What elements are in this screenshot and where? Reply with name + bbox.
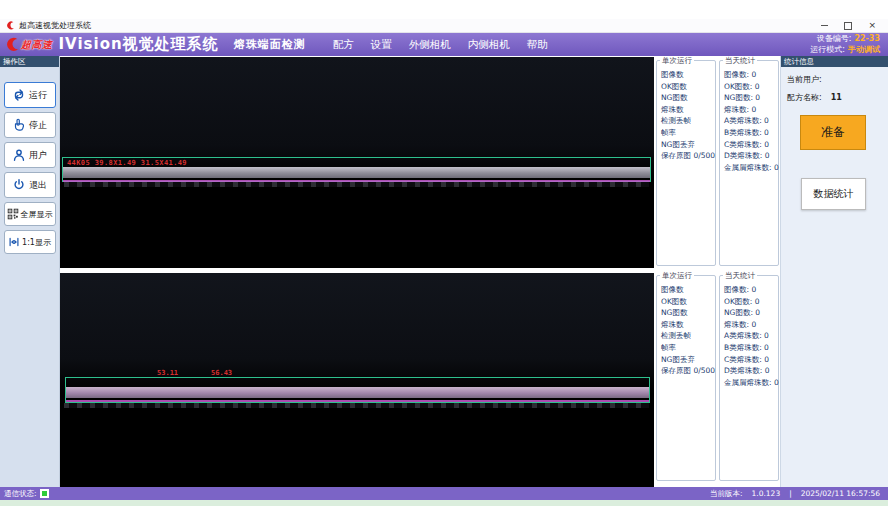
- status-separator: |: [789, 489, 792, 498]
- stats-section-inner: 单次运行图像数OK图数NG图数熔珠数检测丢帧帧率NG图丢弃保存原图 0/500当…: [656, 273, 780, 483]
- app-title: IVision视觉处理系统: [59, 35, 219, 54]
- stat-row: 熔珠数: 0: [724, 319, 778, 331]
- statistics-panel-title: 统计信息: [781, 56, 888, 67]
- comm-status-indicator: [40, 489, 49, 498]
- operation-sidebar: 操作区 运行停止用户退出全屏显示1:1显示: [0, 56, 60, 487]
- fullscreen-icon: [7, 208, 19, 220]
- prepare-button[interactable]: 准备: [800, 115, 866, 150]
- stat-row: NG图数: 0: [724, 92, 778, 104]
- sidebar-button-one-to-one[interactable]: 1:1显示: [4, 230, 56, 254]
- detection-roi-box: [65, 377, 650, 403]
- stat-row: 图像数: [661, 69, 715, 81]
- menu-item-1[interactable]: 设置: [371, 38, 392, 52]
- sidebar-button-label: 停止: [29, 119, 47, 132]
- groupbox-single-run: 单次运行图像数OK图数NG图数熔珠数检测丢帧帧率NG图丢弃保存原图 0/500: [656, 60, 716, 266]
- window-title: 超高速视觉处理系统: [19, 20, 91, 31]
- device-number-label: 设备编号:: [817, 34, 852, 43]
- run-mode-value: 手动调试: [848, 45, 880, 54]
- stat-row: NG图丢弃: [661, 139, 715, 151]
- version-value: 1.0.123: [752, 489, 781, 498]
- stat-row: 检测丢帧: [661, 115, 715, 127]
- sidebar-button-label: 退出: [29, 179, 47, 192]
- stat-row: 帧率: [661, 342, 715, 354]
- stat-row: A类熔珠数: 0: [724, 330, 778, 342]
- stat-row: D类熔珠数: 0: [724, 365, 778, 377]
- stat-row: OK图数: [661, 296, 715, 308]
- stat-row: 图像数: [661, 284, 715, 296]
- sidebar-title: 操作区: [0, 56, 59, 67]
- run-icon: [12, 88, 26, 102]
- stat-row: 保存原图 0/500: [661, 150, 715, 162]
- menu-item-3[interactable]: 内侧相机: [468, 38, 510, 52]
- stat-row: 保存原图 0/500: [661, 365, 715, 377]
- camera-view-inner[interactable]: 53.11 56.43: [60, 273, 654, 487]
- bead-strip: [66, 387, 649, 398]
- menu-item-4[interactable]: 帮助: [527, 38, 548, 52]
- power-icon: [12, 178, 26, 192]
- groupbox-title: 当天统计: [723, 271, 757, 281]
- current-user-line: 当前用户:: [787, 74, 888, 85]
- part-teeth: [64, 403, 649, 408]
- minimize-button[interactable]: [821, 25, 828, 26]
- device-number-line: 设备编号:22-33: [810, 34, 880, 45]
- sidebar-button-stop[interactable]: 停止: [4, 112, 56, 138]
- maximize-button[interactable]: [844, 22, 852, 30]
- app-logo-icon: [6, 21, 15, 30]
- datetime: 2025/02/11 16:57:56: [801, 489, 880, 498]
- one-to-one-icon: [8, 236, 20, 248]
- annotation-text: 44K05 39.8X1.49 31.5X41.49: [67, 159, 187, 167]
- status-bar: 通信状态: 当前版本: 1.0.123 | 2025/02/11 16:57:5…: [0, 487, 888, 500]
- run-mode-label: 运行模式:: [810, 45, 845, 54]
- stat-row: 检测丢帧: [661, 330, 715, 342]
- comm-status-label: 通信状态:: [4, 489, 37, 499]
- data-statistics-button[interactable]: 数据统计: [801, 178, 866, 210]
- sidebar-button-run[interactable]: 运行: [4, 82, 56, 108]
- stat-row: OK图数: 0: [724, 81, 778, 93]
- sidebar-button-label: 用户: [29, 149, 47, 162]
- menu-item-2[interactable]: 外侧相机: [409, 38, 451, 52]
- statistics-panel: 统计信息 当前用户: 配方名称:11 准备 数据统计: [780, 56, 888, 487]
- stat-row: C类熔珠数: 0: [724, 139, 778, 151]
- sidebar-button-label: 运行: [29, 89, 47, 102]
- measurement-annotation: 56.43: [211, 369, 232, 377]
- stat-row: 图像数: 0: [724, 284, 778, 296]
- run-mode-line: 运行模式:手动调试: [810, 45, 880, 56]
- groupbox-single-run: 单次运行图像数OK图数NG图数熔珠数检测丢帧帧率NG图丢弃保存原图 0/500: [656, 275, 716, 481]
- stat-row: NG图数: [661, 92, 715, 104]
- detection-roi-box: 44K05 39.8X1.49 31.5X41.49: [62, 157, 651, 182]
- recipe-name-line: 配方名称:11: [787, 92, 888, 103]
- app-header: 超高速 IVision视觉处理系统 熔珠端面检测 配方设置外侧相机内侧相机帮助 …: [0, 33, 888, 56]
- stat-row: 帧率: [661, 127, 715, 139]
- stat-row: B类熔珠数: 0: [724, 127, 778, 139]
- stat-row: 图像数: 0: [724, 69, 778, 81]
- brand-name: 超高速: [21, 38, 53, 52]
- sidebar-button-fullscreen[interactable]: 全屏显示: [4, 202, 56, 226]
- stat-row: NG图数: [661, 307, 715, 319]
- recipe-name-label: 配方名称:: [787, 93, 822, 102]
- camera-view-outer[interactable]: 44K05 39.8X1.49 31.5X41.49: [60, 57, 654, 268]
- sidebar-button-label: 全屏显示: [21, 209, 53, 220]
- sidebar-button-exit[interactable]: 退出: [4, 172, 56, 198]
- part-teeth: [64, 182, 649, 187]
- app-subtitle: 熔珠端面检测: [234, 37, 306, 52]
- groupbox-today-stats: 当天统计图像数: 0OK图数: 0NG图数: 0熔珠数: 0A类熔珠数: 0B类…: [719, 275, 779, 481]
- application-window: 超高速视觉处理系统 × 超高速 IVision视觉处理系统 熔珠端面检测 配方设…: [0, 0, 888, 522]
- menu-item-0[interactable]: 配方: [333, 38, 354, 52]
- stop-hand-icon: [12, 118, 26, 132]
- stat-row: C类熔珠数: 0: [724, 354, 778, 366]
- sidebar-button-label: 1:1显示: [22, 237, 51, 248]
- stats-section-outer: 单次运行图像数OK图数NG图数熔珠数检测丢帧帧率NG图丢弃保存原图 0/500当…: [656, 58, 780, 268]
- sidebar-buttons: 运行停止用户退出全屏显示1:1显示: [0, 82, 59, 254]
- stat-row: D类熔珠数: 0: [724, 150, 778, 162]
- sidebar-button-user[interactable]: 用户: [4, 142, 56, 168]
- bead-strip: [63, 167, 650, 178]
- stat-row: NG图数: 0: [724, 307, 778, 319]
- stat-row: NG图丢弃: [661, 354, 715, 366]
- stat-row: OK图数: 0: [724, 296, 778, 308]
- close-button[interactable]: ×: [868, 21, 876, 30]
- current-user-label: 当前用户:: [787, 75, 822, 84]
- groupbox-title: 单次运行: [660, 271, 694, 281]
- window-bottom-edge: [0, 500, 888, 506]
- seam-line: [66, 400, 649, 402]
- groupbox-title: 当天统计: [723, 56, 757, 66]
